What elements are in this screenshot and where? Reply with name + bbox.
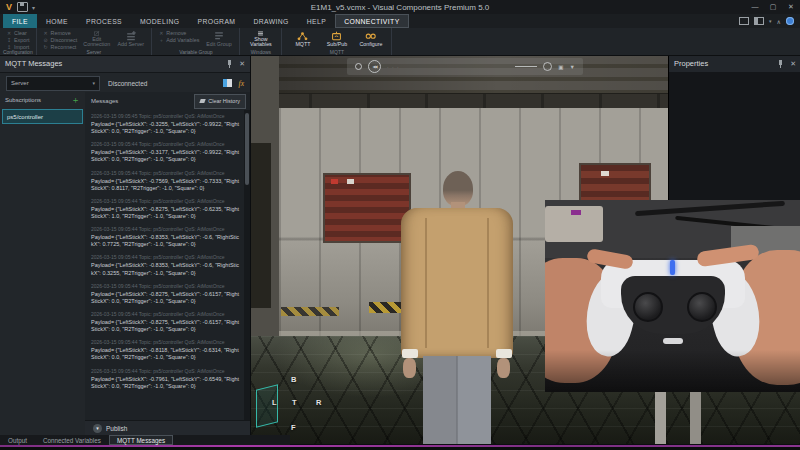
tab-drawing[interactable]: DRAWING xyxy=(244,14,297,28)
avatar-cuff xyxy=(496,349,512,358)
ribbon-group-configuration: ✕Clear ↧Export ↥Import Configuration xyxy=(0,28,37,55)
configure-button[interactable]: Configure xyxy=(356,30,385,48)
tab-output[interactable]: Output xyxy=(0,435,35,445)
tab-process[interactable]: PROCESS xyxy=(77,14,131,28)
add-variables-icon: ＋ xyxy=(158,37,164,43)
ribbon-group-windows: Show Variables Windows xyxy=(240,28,282,55)
tab-file[interactable]: FILE xyxy=(3,14,37,28)
sim-clock-icon[interactable] xyxy=(543,62,552,71)
minimize-button[interactable]: — xyxy=(746,0,764,14)
record-icon[interactable] xyxy=(355,63,362,70)
subscriptions-label: Subscriptions xyxy=(5,97,41,103)
quick-access-caret-icon[interactable]: ▾ xyxy=(32,4,35,11)
message-payload: Payload= {"LeftStickX": -0.3177, "LeftSt… xyxy=(91,149,240,163)
add-variables-button[interactable]: ＋Add Variables xyxy=(158,37,199,43)
publish-chevron-icon: ▾ xyxy=(93,424,102,433)
message-payload: Payload= {"LeftStickX": -0.7569, "LeftSt… xyxy=(91,178,240,192)
publish-label: Publish xyxy=(106,425,127,432)
add-server-icon xyxy=(125,31,137,41)
scene-left-doorway xyxy=(251,143,271,308)
close-icon[interactable]: ✕ xyxy=(790,60,796,67)
publish-expander[interactable]: ▾ Publish xyxy=(85,420,250,435)
speed-slider[interactable] xyxy=(515,66,537,67)
edit-group-icon xyxy=(213,31,225,41)
message-item: 2026-03-15 09:05:44 Topic: ps5/controlle… xyxy=(85,223,244,251)
help-globe-icon[interactable] xyxy=(786,17,794,25)
clear-history-button[interactable]: Clear History xyxy=(194,94,246,109)
tab-connected-variables[interactable]: Connected Variables xyxy=(35,435,109,445)
collapse-ribbon-icon[interactable]: ∧ xyxy=(777,18,781,25)
message-payload: Payload= {"LeftStickX": -0.8353, "LeftSt… xyxy=(91,262,240,276)
view-navigation-cube[interactable]: B L T R F xyxy=(253,369,333,441)
scene-pillar xyxy=(655,385,666,444)
maximize-button[interactable]: ▢ xyxy=(764,0,782,14)
pin-icon[interactable] xyxy=(227,60,232,68)
mqtt-node-icon xyxy=(296,31,309,41)
filter-icon[interactable]: ▼ xyxy=(570,64,575,70)
add-subscription-button[interactable]: ＋ xyxy=(71,96,80,105)
nav-face-back[interactable]: B xyxy=(291,375,296,384)
add-server-button[interactable]: Add Server xyxy=(116,30,145,48)
message-scrollbar[interactable] xyxy=(244,110,250,421)
tab-modeling[interactable]: MODELING xyxy=(131,14,188,28)
server-dropdown[interactable]: Server ▾ xyxy=(6,76,100,91)
camera-icon[interactable]: ▣ xyxy=(558,64,563,70)
mqtt-panel-title: MQTT Messages xyxy=(5,59,62,68)
nav-face-left[interactable]: L xyxy=(272,398,277,407)
clear-button[interactable]: ✕Clear xyxy=(6,30,30,36)
scrollbar-thumb[interactable] xyxy=(245,113,249,185)
title-bar: V ▾ E1M1_v5.vcmx - Visual Components Pre… xyxy=(0,0,800,14)
connection-status: Disconnected xyxy=(108,80,147,87)
disconnect-icon: ⊘ xyxy=(43,37,49,43)
message-item: 2026-03-15 09:05:45 Topic: ps5/controlle… xyxy=(85,110,244,138)
nav-face-front[interactable]: F xyxy=(291,423,296,432)
avatar-hand xyxy=(497,358,510,378)
scene-white-light xyxy=(347,179,354,184)
nav-face-top[interactable]: T xyxy=(292,398,297,407)
left-analog-stick xyxy=(633,292,663,322)
group-label-windows: Windows xyxy=(240,49,281,55)
group-label-server: Server xyxy=(37,49,152,55)
mqtt-button[interactable]: MQTT xyxy=(288,30,317,48)
export-button[interactable]: ↧Export xyxy=(6,37,30,43)
nav-face-right[interactable]: R xyxy=(316,398,321,407)
message-view-icon[interactable] xyxy=(222,78,233,88)
message-payload: Payload= {"LeftStickX": -0.3255, "LeftSt… xyxy=(91,121,240,135)
controller-mute-button xyxy=(663,338,683,344)
layout-window-icon[interactable] xyxy=(739,17,749,25)
fx-icon[interactable]: fx xyxy=(239,79,244,88)
layout-caret-icon[interactable]: ▾ xyxy=(769,18,772,24)
message-meta: 2026-03-15 09:05:44 Topic: ps5/controlle… xyxy=(91,311,240,317)
message-meta: 2026-03-15 09:05:44 Topic: ps5/controlle… xyxy=(91,283,240,289)
pin-icon[interactable] xyxy=(778,60,783,68)
edit-group-button[interactable]: Edit Group xyxy=(204,30,233,48)
close-button[interactable]: ✕ xyxy=(782,0,800,14)
tab-help[interactable]: HELP xyxy=(298,14,335,28)
message-item: 2026-03-15 09:05:44 Topic: ps5/controlle… xyxy=(85,280,244,308)
remove-server-button[interactable]: ✕Remove xyxy=(43,30,78,36)
save-icon[interactable] xyxy=(17,2,28,12)
subscription-item-ps5-controller[interactable]: ps5/controller xyxy=(2,109,83,124)
close-icon[interactable]: ✕ xyxy=(239,60,245,67)
subpub-button[interactable]: Sub/Pub xyxy=(322,30,351,48)
controller-video-inset xyxy=(545,200,800,392)
disconnect-button[interactable]: ⊘Disconnect xyxy=(43,37,78,43)
tab-connectivity[interactable]: CONNECTIVITY xyxy=(335,14,408,28)
skip-to-start-button[interactable]: ◀◀ xyxy=(368,60,381,73)
bottom-dock-tabs: Output Connected Variables MQTT Messages xyxy=(0,435,290,445)
message-item: 2026-03-15 09:05:44 Topic: ps5/controlle… xyxy=(85,308,244,336)
tab-mqtt-messages[interactable]: MQTT Messages xyxy=(109,435,173,445)
configure-icon xyxy=(364,31,377,41)
tab-home[interactable]: HOME xyxy=(37,14,77,28)
clear-icon: ✕ xyxy=(6,30,12,36)
split-window-icon[interactable] xyxy=(754,17,764,25)
remove-icon: ✕ xyxy=(158,30,164,36)
message-list[interactable]: 2026-03-15 09:05:45 Topic: ps5/controlle… xyxy=(85,110,244,421)
group-label-configuration: Configuration xyxy=(0,49,36,55)
remove-variable-button[interactable]: ✕Remove xyxy=(158,30,199,36)
show-variables-button[interactable]: Show Variables xyxy=(246,30,275,48)
edit-connection-button[interactable]: Edit Connection xyxy=(82,30,111,48)
message-payload: Payload= {"LeftStickX": -0.7961, "LeftSt… xyxy=(91,376,240,390)
simulation-toolbar: ◀◀ · · · ▣ ▼ xyxy=(347,58,583,75)
tab-program[interactable]: PROGRAM xyxy=(188,14,244,28)
